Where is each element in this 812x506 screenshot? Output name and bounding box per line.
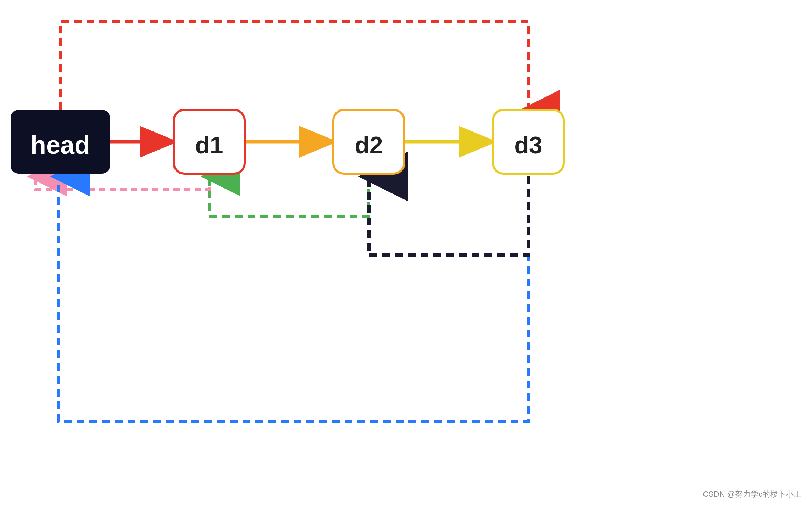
d3-node-label: d3 [514,131,542,158]
pink-dashed-arrow [35,176,209,190]
blue-dashed-arrow [59,176,528,422]
watermark: CSDN @努力学c的楼下小王 [703,489,801,500]
d1-node-label: d1 [195,131,223,158]
green-dashed-arrow [209,176,369,216]
black-dashed-arrow [369,176,528,255]
red-dashed-loop [60,21,528,110]
d2-node-label: d2 [355,131,383,158]
diagram: head d1 d2 d3 CSDN @努力学c的楼下小王 [0,0,812,506]
head-node-label: head [30,131,90,159]
